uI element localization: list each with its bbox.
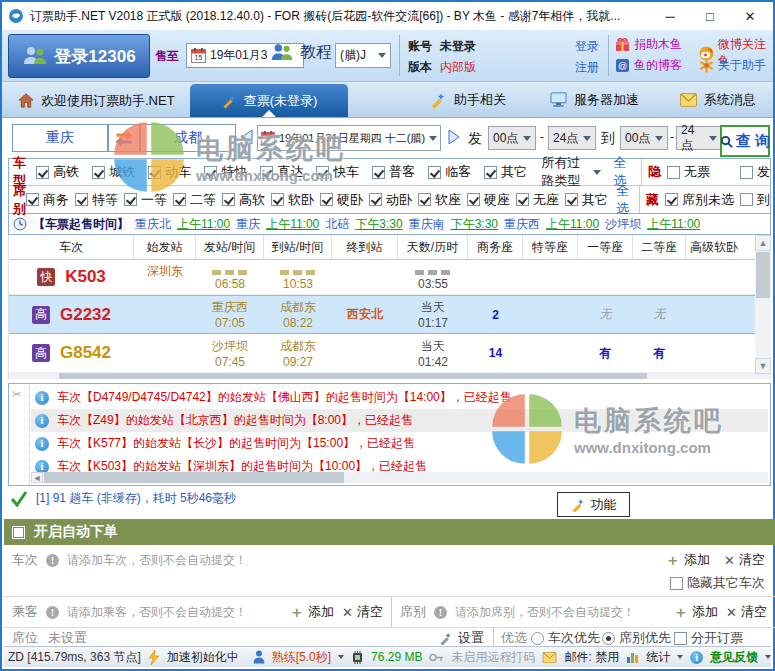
seat-type-checkbox[interactable]: 商务 [26, 191, 69, 209]
sale-time-link[interactable]: 上午11:00 [647, 216, 700, 233]
clear-passenger-button[interactable]: ✕清空 [342, 603, 383, 621]
log-hscrollbar[interactable]: ◄ [31, 472, 768, 483]
lunar-date-combo[interactable]: (腊)J [335, 43, 391, 68]
next-day-button[interactable] [447, 128, 461, 146]
column-header[interactable]: 到站/时间 [264, 235, 332, 259]
scroll-down-button[interactable]: ▼ [755, 358, 771, 374]
train-type-checkbox[interactable]: 动车 [148, 163, 191, 181]
depart-to-combo[interactable]: 24点 [548, 126, 596, 150]
priority-seat-radio[interactable]: 席别优先 [602, 629, 671, 647]
column-header[interactable]: 发站/时间 [196, 235, 264, 259]
column-header[interactable]: 二等座 [633, 235, 686, 259]
seat-type-checkbox[interactable]: 一等 [124, 191, 167, 209]
sale-time-link[interactable]: 上午11:00 [546, 216, 599, 233]
donate-link[interactable]: 捐助木鱼 [615, 36, 682, 53]
scrollbar-thumb[interactable] [59, 373, 647, 379]
train-type-checkbox[interactable]: 临客 [428, 163, 471, 181]
tutorial-button[interactable]: 教程 [270, 42, 332, 63]
pass-filter-combo[interactable]: 所有过路类型 [541, 154, 601, 190]
prev-day-button[interactable] [240, 128, 254, 146]
log-entry[interactable]: i车次【Z49】的始发站【北京西】的起售时间为【8:00】，已经起售 [31, 409, 768, 432]
train-type-checkbox[interactable]: 城铁 [92, 163, 135, 181]
column-header[interactable]: 终到站 [332, 235, 398, 259]
hide-depart-checkbox[interactable]: 发 [740, 163, 770, 181]
clear-log-icon[interactable]: ✂ [12, 388, 26, 401]
stats-button[interactable]: 统计 [646, 649, 670, 666]
train-type-checkbox[interactable]: 直达 [260, 163, 303, 181]
travel-date-combo[interactable]: 19年01月31日星期四 十二(腊)月廿六 [257, 125, 441, 151]
column-header[interactable]: 车次 [9, 235, 134, 259]
train-type-checkbox[interactable]: 特快 [204, 163, 247, 181]
hide-arrive-checkbox[interactable]: 到 [740, 191, 770, 209]
arrive-to-combo[interactable]: 24点 [676, 126, 722, 150]
sale-time-link[interactable]: 下午3:30 [451, 216, 498, 233]
login-link[interactable]: 登录 [575, 38, 599, 55]
add-passenger-button[interactable]: ＋添加 [289, 603, 334, 621]
priority-train-radio[interactable]: 车次优先 [531, 629, 600, 647]
seat-type-checkbox[interactable]: 动卧 [369, 191, 412, 209]
hide-other-trains-checkbox[interactable]: 隐藏其它车次 [670, 574, 765, 592]
column-header[interactable]: 天数/历时 [398, 235, 468, 259]
table-row-selected[interactable]: 高 G2232 重庆西07:05 成都东08:22 西安北 当天01:17 2 … [9, 295, 771, 334]
auto-order-checkbox[interactable] [12, 526, 25, 539]
maximize-button[interactable]: □ [693, 4, 727, 28]
function-button[interactable]: 功能 [557, 492, 630, 517]
tab-messages[interactable]: 系统消息 [680, 82, 756, 117]
add-train-button[interactable]: ＋添加 [665, 551, 710, 569]
register-link[interactable]: 注册 [575, 59, 599, 76]
column-header[interactable]: 始发站 [134, 235, 196, 259]
seat-type-checkbox[interactable]: 硬座 [467, 191, 510, 209]
close-button[interactable]: ✕ [733, 4, 767, 28]
clear-seat-button[interactable]: ✕清空 [726, 603, 767, 621]
chevron-down-icon[interactable] [765, 655, 771, 659]
swap-stations-button[interactable] [108, 124, 140, 152]
depart-from-combo[interactable]: 00点 [488, 126, 536, 150]
sale-time-link[interactable]: 下午3:30 [355, 216, 402, 233]
add-seat-button[interactable]: ＋添加 [673, 603, 718, 621]
column-header[interactable]: 特等座 [523, 235, 578, 259]
arrive-from-combo[interactable]: 00点 [620, 126, 668, 150]
hide-no-ticket-checkbox[interactable]: 无票 [667, 163, 710, 181]
seat-type-checkbox[interactable]: 其它 [565, 191, 608, 209]
from-station-input[interactable]: 重庆 [12, 124, 108, 152]
tab-server[interactable]: 服务器加速 [550, 82, 639, 117]
feedback-button[interactable]: 意见反馈 [710, 649, 758, 666]
seat-type-checkbox[interactable]: 硬卧 [320, 191, 363, 209]
minimize-button[interactable]: ─ [653, 4, 687, 28]
train-type-checkbox[interactable]: 快车 [316, 163, 359, 181]
scrollbar-thumb[interactable] [756, 252, 770, 298]
seat-type-checkbox[interactable]: 软座 [418, 191, 461, 209]
mode-status[interactable]: 熟练[5.0秒] [272, 649, 331, 666]
table-row[interactable]: 高 G8542 沙坪坝07:45 成都东09:27 当天01:42 14 有 有 [9, 334, 771, 373]
tab-query[interactable]: 查票(未登录) [190, 84, 348, 117]
tab-helper[interactable]: 助手相关 [430, 82, 506, 117]
table-row[interactable]: 快 K503 深圳东 06:58 10:53 03:55 [9, 260, 771, 295]
log-entry[interactable]: i车次【K577】的始发站【长沙】的起售时间为【15:00】，已经起售 [31, 432, 768, 455]
scrollbar-thumb[interactable] [44, 472, 344, 483]
table-vscrollbar[interactable]: ▲ ▼ [755, 235, 771, 374]
log-entry[interactable]: i车次【D4749/D4745/D4742】的始发站【佛山西】的起售时间为【14… [31, 386, 768, 409]
scroll-left-button[interactable]: ◄ [31, 472, 43, 483]
to-station-input[interactable]: 成都 [140, 124, 236, 152]
split-order-checkbox[interactable]: 分开订票 [674, 629, 743, 647]
chevron-down-icon[interactable] [338, 655, 344, 659]
seat-type-checkbox[interactable]: 高软 [222, 191, 265, 209]
login-12306-button[interactable]: 登录12306 [8, 34, 150, 78]
about-link[interactable]: 关于助手 [699, 57, 766, 74]
seat-type-checkbox[interactable]: 二等 [173, 191, 216, 209]
berth-settings-button[interactable]: 设置 [439, 629, 484, 647]
column-header[interactable]: 商务座 [468, 235, 523, 259]
sale-time-link[interactable]: 上午11:00 [177, 216, 230, 233]
seat-type-checkbox[interactable]: 无座 [516, 191, 559, 209]
sale-time-link[interactable]: 上午11:00 [266, 216, 319, 233]
chevron-down-icon[interactable] [677, 655, 683, 659]
tab-home[interactable]: 欢迎使用订票助手.NET [6, 84, 187, 117]
train-type-checkbox[interactable]: 高铁 [36, 163, 79, 181]
column-header[interactable]: 高级软卧 [686, 235, 756, 259]
hide-seat-unselected-checkbox[interactable]: 席别未选 [665, 191, 734, 209]
seat-type-checkbox[interactable]: 软卧 [271, 191, 314, 209]
scroll-up-button[interactable]: ▲ [755, 235, 771, 251]
table-hscrollbar[interactable] [9, 373, 771, 379]
blog-link[interactable]: @ 鱼的博客 [615, 57, 682, 74]
clear-train-button[interactable]: ✕清空 [724, 551, 765, 569]
